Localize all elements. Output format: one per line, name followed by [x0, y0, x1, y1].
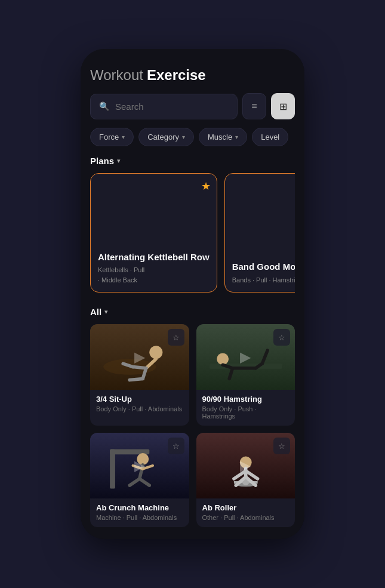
- header-title-workout: Workout: [90, 67, 143, 84]
- grid-view-button[interactable]: ⊞: [271, 93, 295, 119]
- plan-card-title-1: Band Good Morning: [232, 261, 295, 273]
- all-section-header: All ▾: [90, 307, 295, 317]
- svg-line-3: [133, 367, 146, 368]
- search-bar-container: 🔍 ≡ ⊞: [90, 93, 295, 119]
- menu-button[interactable]: ≡: [242, 93, 266, 119]
- exercise-card-info-2: Ab Crunch Machine Machine · Pull · Abdom…: [90, 498, 189, 527]
- exercise-card-info-0: 3/4 Sit-Up Body Only · Pull · Abdominals: [90, 390, 189, 418]
- exercise-card-1[interactable]: ☆ 90/90 Hamstring Body Only · Push · Ham…: [196, 324, 295, 426]
- filter-force-label: Force: [99, 133, 119, 141]
- svg-point-8: [217, 353, 229, 365]
- header: Workout Exercise: [90, 61, 295, 84]
- header-title-exercise: Exercise: [147, 67, 206, 84]
- svg-line-13: [229, 368, 233, 379]
- svg-line-20: [133, 466, 143, 469]
- svg-line-6: [130, 378, 143, 380]
- grid-icon: ⊞: [279, 101, 287, 112]
- svg-point-16: [137, 453, 149, 465]
- plan-card-0[interactable]: ★ Alternating Kettlebell Row Kettlebells…: [90, 173, 217, 293]
- plans-scroll: ★ Alternating Kettlebell Row Kettlebells…: [90, 173, 295, 295]
- menu-icon: ≡: [251, 101, 257, 112]
- screen: Workout Exercise 🔍 ≡ ⊞ Force ▾ Category: [81, 49, 304, 539]
- exercise-meta-2: Machine · Pull · Abdominals: [96, 514, 183, 521]
- force-chevron-icon: ▾: [122, 134, 125, 140]
- svg-point-1: [149, 346, 162, 359]
- svg-line-12: [262, 350, 267, 364]
- exercise-card-0[interactable]: ☆ 3/4 Sit-Up Body Only · Pull · Abdomina…: [90, 324, 189, 426]
- filter-muscle[interactable]: Muscle ▾: [199, 128, 247, 146]
- muscle-chevron-icon: ▾: [235, 134, 238, 140]
- category-chevron-icon: ▾: [182, 134, 185, 140]
- exercise-star-3[interactable]: ☆: [273, 438, 290, 454]
- plan-card-1[interactable]: ★ Band Good Morning Bands · Pull · Hamst…: [224, 173, 295, 293]
- search-icon: 🔍: [99, 101, 109, 111]
- exercise-title-2: Ab Crunch Machine: [96, 503, 183, 512]
- exercise-card-2[interactable]: ☆ Ab Crunch Machine Machine · Pull · Abd…: [90, 433, 189, 527]
- exercise-meta-0: Body Only · Pull · Abdominals: [96, 405, 183, 412]
- exercise-star-0[interactable]: ☆: [168, 329, 184, 346]
- all-chevron-icon: ▾: [104, 308, 108, 316]
- exercise-card-info-3: Ab Roller Other · Pull · Abdominals: [196, 498, 295, 527]
- exercise-title-1: 90/90 Hamstring: [202, 395, 289, 404]
- filters-row: Force ▾ Category ▾ Muscle ▾ Level: [90, 128, 295, 146]
- plan-card-meta-0: Kettlebells · Pull · Middle Back: [98, 265, 210, 285]
- svg-line-21: [143, 466, 153, 469]
- plans-chevron-icon: ▾: [117, 157, 121, 165]
- filter-category-label: Category: [147, 133, 179, 141]
- exercise-star-1[interactable]: ☆: [273, 329, 290, 346]
- filter-category[interactable]: Category ▾: [138, 128, 194, 146]
- filter-level-label: Level: [261, 133, 279, 141]
- svg-point-25: [239, 457, 251, 469]
- plan-card-title-0: Alternating Kettlebell Row: [98, 251, 210, 263]
- plan-card-meta-1: Bands · Pull · Hamstrings: [232, 275, 295, 285]
- exercise-title-3: Ab Roller: [202, 503, 289, 512]
- filter-force[interactable]: Force ▾: [90, 128, 134, 146]
- plans-section-header: Plans ▾: [90, 156, 295, 166]
- phone-frame: Workout Exercise 🔍 ≡ ⊞ Force ▾ Category: [81, 49, 304, 539]
- svg-line-19: [140, 479, 150, 485]
- exercise-meta-1: Body Only · Push · Hamstrings: [202, 405, 289, 420]
- exercise-card-info-1: 90/90 Hamstring Body Only · Push · Hamst…: [196, 390, 295, 426]
- svg-line-18: [130, 479, 140, 485]
- plan-star-0[interactable]: ★: [201, 180, 211, 193]
- exercises-grid: ☆ 3/4 Sit-Up Body Only · Pull · Abdomina…: [90, 324, 295, 527]
- all-label: All: [90, 307, 101, 317]
- svg-rect-14: [110, 449, 115, 488]
- exercise-title-0: 3/4 Sit-Up: [96, 395, 183, 404]
- exercise-meta-3: Other · Pull · Abdominals: [202, 514, 289, 521]
- exercise-star-2[interactable]: ☆: [168, 438, 184, 454]
- filter-level[interactable]: Level: [252, 128, 288, 146]
- filter-muscle-label: Muscle: [208, 133, 232, 141]
- svg-line-17: [140, 465, 143, 479]
- search-bar[interactable]: 🔍: [90, 94, 238, 119]
- search-input[interactable]: [115, 101, 229, 112]
- plans-label: Plans: [90, 156, 114, 166]
- exercise-card-3[interactable]: ☆ Ab Roller Other · Pull · Abdominals: [196, 433, 295, 527]
